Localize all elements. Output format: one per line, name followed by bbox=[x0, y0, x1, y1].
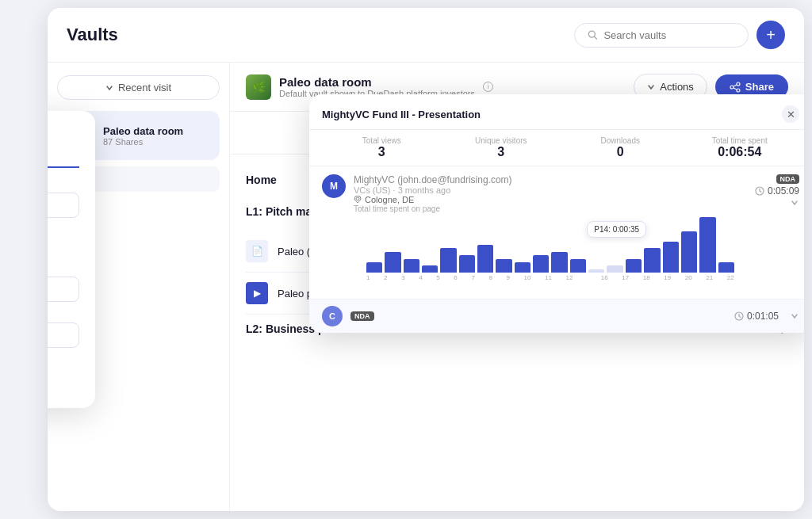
chart-axis-label: 2 bbox=[384, 274, 387, 281]
svg-point-4 bbox=[737, 89, 740, 92]
email-auth-row: Email authentication i bbox=[48, 356, 79, 367]
chart-bar bbox=[718, 262, 734, 273]
panel-title: Update link bbox=[48, 127, 79, 139]
visitor-1-name: MightyVC (john.doe@fundrising.com) bbox=[354, 174, 747, 185]
clock-icon bbox=[755, 186, 764, 196]
share-label: Share bbox=[745, 81, 774, 93]
chevron-down-icon[interactable] bbox=[790, 198, 799, 208]
vault-name: Paleo data room bbox=[103, 125, 183, 137]
require-email-row: Require email i bbox=[48, 226, 79, 237]
search-icon bbox=[588, 29, 597, 40]
chart-axis-label: 1 bbox=[366, 274, 370, 281]
visitor-1-info: MightyVC (john.doe@fundrising.com) VCs (… bbox=[354, 174, 747, 291]
chart-bar bbox=[644, 248, 660, 273]
main-content: 🌿 Paleo data room Default vault shown to… bbox=[230, 63, 804, 511]
chart-bar bbox=[440, 248, 456, 273]
add-nda-row: Add NDA NDA ✕ bbox=[48, 375, 79, 387]
chart-tooltip: P14: 0:00:35 bbox=[587, 221, 646, 238]
stat-total-time-value: 0:06:54 bbox=[680, 155, 800, 159]
chart-bar bbox=[607, 265, 622, 273]
visitor-1-location: Cologne, DE bbox=[354, 195, 747, 204]
chart-bar bbox=[699, 217, 715, 273]
chart-axis-label: 5 bbox=[436, 274, 439, 281]
visitor-row-2: C NDA 0:01:05 bbox=[309, 300, 804, 333]
chart-bar bbox=[366, 262, 382, 273]
chart-bar bbox=[515, 262, 530, 273]
svg-line-5 bbox=[733, 85, 737, 86]
recent-visit-button[interactable]: Recent visit bbox=[57, 75, 220, 100]
file-icon-pitch: ▶ bbox=[246, 282, 268, 304]
chevron-down-icon-2[interactable] bbox=[790, 311, 799, 321]
file-icon-doc: 📄 bbox=[246, 240, 268, 262]
search-input[interactable] bbox=[603, 29, 735, 41]
chart-bar bbox=[681, 231, 697, 273]
visitor-1-right: NDA 0:05:09 bbox=[755, 174, 799, 208]
link-setup-tab[interactable]: Link setup bbox=[48, 149, 79, 168]
chart-axis-label: 9 bbox=[507, 274, 510, 281]
search-box bbox=[574, 23, 749, 48]
location-icon bbox=[354, 196, 362, 204]
chart-axis-label: 21 bbox=[706, 274, 713, 281]
chart-bar bbox=[533, 255, 549, 273]
meeting-calendar-input[interactable] bbox=[48, 322, 79, 348]
chart-area: P14: 0:00:35 123456789101112161718192021… bbox=[354, 213, 747, 291]
chart-axis-label: 10 bbox=[524, 274, 531, 281]
meeting-calendar-label: Meeting / Calendar link bbox=[48, 310, 79, 319]
visitor-2-avatar: C bbox=[322, 306, 343, 326]
chevron-down-icon bbox=[647, 83, 655, 91]
svg-line-1 bbox=[594, 36, 596, 39]
chart-bar bbox=[404, 259, 419, 273]
chart-bar bbox=[459, 255, 475, 273]
chart-bar bbox=[477, 245, 493, 273]
assign-segment-label: Assign segment i bbox=[48, 179, 79, 189]
chart-bar bbox=[588, 269, 604, 273]
chart-bar bbox=[422, 265, 438, 273]
svg-point-3 bbox=[730, 86, 733, 89]
stat-downloads-value: 0 bbox=[561, 155, 680, 159]
svg-point-2 bbox=[737, 82, 740, 86]
chart-axis-label: 6 bbox=[454, 274, 457, 281]
sidebar: Recent visit 🌿 Paleo data room 87 Shares… bbox=[48, 63, 230, 511]
visitor-1-role: VCs (US) · 3 months ago bbox=[354, 185, 747, 195]
analytics-panel: MightyVC Fund III - Presentation ✕ Total… bbox=[309, 155, 804, 333]
svg-line-6 bbox=[733, 88, 737, 90]
assign-segment-input[interactable] bbox=[48, 193, 79, 218]
contact-us-label: Contact us bbox=[48, 264, 79, 273]
stat-total-time: Total time spent 0:06:54 bbox=[680, 155, 800, 159]
page-title: Vaults bbox=[67, 25, 118, 45]
chart-bar bbox=[385, 252, 400, 273]
visitor-time-label: Total time spent on page bbox=[354, 204, 747, 213]
visitor-1-time: 0:05:09 bbox=[768, 185, 799, 197]
chart-axis-label: 4 bbox=[419, 274, 422, 281]
chart-axis-label: 8 bbox=[488, 274, 492, 281]
chart-axis-label: 12 bbox=[566, 274, 573, 281]
visitor-row-1: M MightyVC (john.doe@fundrising.com) VCs… bbox=[309, 166, 804, 300]
chart-axis-label: 17 bbox=[622, 274, 629, 281]
stat-total-views: Total views 3 bbox=[322, 155, 442, 159]
vault-header-info-icon[interactable]: i bbox=[483, 82, 493, 92]
expires-row: Expires bbox=[48, 245, 79, 256]
actions-label: Actions bbox=[660, 81, 694, 93]
visitor-2-nda-badge: NDA bbox=[350, 311, 374, 321]
chart-bar bbox=[570, 259, 586, 273]
chart-axis-label: 11 bbox=[545, 274, 552, 281]
vault-header-icon: 🌿 bbox=[246, 74, 271, 100]
vault-header-name: Paleo data room bbox=[279, 75, 475, 89]
visitor-1-nda-badge: NDA bbox=[776, 174, 800, 184]
chart-axis-label: 16 bbox=[601, 274, 608, 281]
chart-axis-label: 7 bbox=[471, 274, 474, 281]
visitor-2-time: 0:01:05 bbox=[734, 311, 779, 322]
add-vault-button[interactable]: + bbox=[756, 21, 785, 49]
vault-shares: 87 Shares bbox=[103, 137, 183, 147]
content-area: Home L1: Pitch material 📄 Paleo (Executi… bbox=[230, 155, 804, 511]
chevron-down-icon bbox=[105, 84, 113, 92]
share-icon bbox=[730, 82, 741, 93]
chart-bar bbox=[551, 252, 567, 273]
stat-total-views-value: 3 bbox=[322, 155, 442, 159]
chart-bar bbox=[663, 242, 679, 273]
chart-bar bbox=[496, 259, 511, 273]
chart-bar bbox=[626, 259, 642, 273]
contact-us-input[interactable] bbox=[48, 277, 79, 302]
chart-axis-label: 19 bbox=[664, 274, 671, 281]
chart-axis-label: 3 bbox=[401, 274, 404, 281]
